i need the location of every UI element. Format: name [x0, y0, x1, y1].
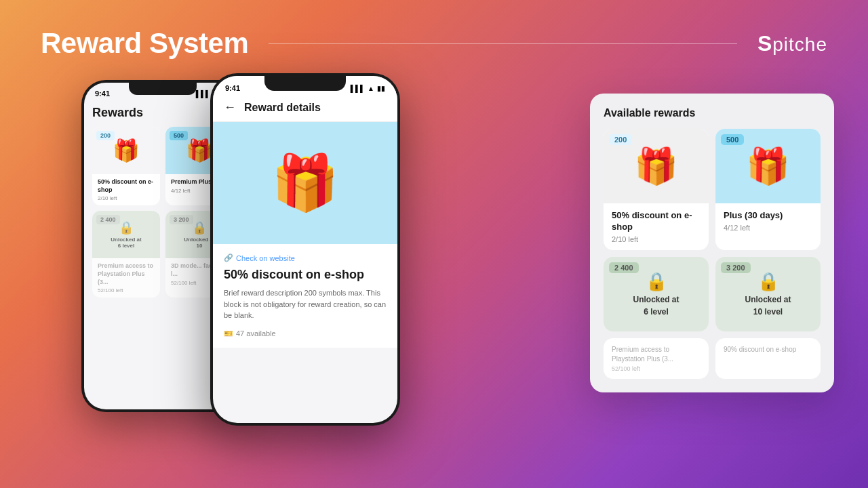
panel-badge-3: 2 400	[609, 262, 639, 273]
reward-card-1[interactable]: 200 🎁 50% discount on e-shop 2/10 left	[92, 127, 160, 205]
panel-body-1: 50% discount on e-shop 2/10 left	[604, 203, 709, 250]
panel-stock-2: 4/12 left	[724, 224, 812, 232]
panel-badge-2: 500	[721, 134, 744, 145]
panel-bottom: Premium access to Playstation Plus (3...…	[604, 338, 821, 379]
front-time: 9:41	[225, 84, 240, 92]
panel-locked-text-3: Unlocked at	[633, 295, 679, 304]
card-stock-1: 2/10 left	[98, 195, 155, 201]
panel-body-2: Plus (30 days) 4/12 left	[715, 203, 821, 239]
unlock-text-3: Unlocked at6 level	[111, 237, 141, 249]
card-badge-2: 500	[170, 131, 188, 140]
panel-grid: 200 🎁 50% discount on e-shop 2/10 left 5…	[604, 129, 821, 331]
front-wifi-icon: ▲	[368, 85, 374, 92]
available-icon: 🎫	[224, 329, 233, 338]
main-content: 9:41 ▌▌▌ ▲ ▮▮ Rewards 200 🎁 50% discount…	[0, 73, 868, 453]
locked-badge-3: 2 400	[96, 215, 120, 224]
card-body-1: 50% discount on e-shop 2/10 left	[92, 174, 160, 205]
panel-stock-1: 2/10 left	[612, 235, 701, 243]
phone-front: 9:41 ▌▌▌ ▲ ▮▮ ← Reward details 🎁 🔗 Check…	[210, 73, 400, 426]
panel-bottom-name-1: Premium access to Playstation Plus (3...	[612, 345, 701, 364]
panel-locked-sub-3: 6 level	[644, 307, 669, 317]
panel-bottom-stock-1: 52/100 left	[612, 365, 701, 372]
time: 9:41	[95, 89, 110, 98]
panel-name-1: 50% discount on e-shop	[612, 210, 701, 233]
rewards-panel: Available rewards 200 🎁 50% discount on …	[590, 94, 834, 392]
phone-front-screen: 9:41 ▌▌▌ ▲ ▮▮ ← Reward details 🎁 🔗 Check…	[213, 76, 397, 423]
header-divider	[269, 43, 737, 44]
panel-title: Available rewards	[604, 107, 821, 119]
panel-bottom-card-1[interactable]: Premium access to Playstation Plus (3...…	[604, 338, 709, 379]
front-battery-icon: ▮▮	[377, 85, 385, 92]
panel-badge-4: 3 200	[721, 262, 751, 273]
card-body-3: Premium access to Playstation Plus (3...…	[92, 258, 160, 298]
website-link-text: Check on website	[236, 254, 295, 262]
back-button[interactable]: ←	[224, 100, 236, 115]
available-text: 47 available	[236, 329, 276, 338]
logo: Spitche	[757, 31, 827, 56]
reward-title: 50% discount on e-shop	[224, 268, 387, 282]
card-name-1: 50% discount on e-shop	[98, 178, 155, 194]
signal-icon: ▌▌▌	[196, 90, 210, 98]
panel-name-2: Plus (30 days)	[724, 210, 812, 222]
detail-content: 🔗 Check on website 50% discount on e-sho…	[213, 244, 397, 348]
front-app-header: ← Reward details	[213, 95, 397, 122]
card-name-3: Premium access to Playstation Plus (3...	[98, 262, 155, 286]
front-signal-icon: ▌▌▌	[351, 85, 365, 92]
header: Reward System Spitche	[0, 0, 868, 73]
panel-card-2[interactable]: 500 🎁 Plus (30 days) 4/12 left	[715, 129, 821, 250]
panel-card-4[interactable]: 3 200 🔒 Unlocked at 10 level	[715, 257, 821, 331]
availability: 🎫 47 available	[224, 329, 387, 338]
panel-locked-sub-4: 10 level	[753, 307, 783, 317]
reward-card-3[interactable]: 2 400 🔒 Unlocked at6 level Premium acces…	[92, 211, 160, 298]
reward-image-area: 🎁	[213, 122, 397, 244]
locked-badge-4: 3 200	[170, 215, 193, 224]
phone-front-notch	[264, 73, 346, 91]
phone-notch	[129, 80, 197, 95]
panel-card-3[interactable]: 2 400 🔒 Unlocked at 6 level	[604, 257, 709, 331]
front-header-title: Reward details	[244, 102, 321, 114]
reward-desc: Brief reward description 200 symbols max…	[224, 287, 387, 321]
external-link-icon: 🔗	[224, 253, 233, 262]
logo-s: S	[757, 31, 772, 56]
page-title: Reward System	[41, 27, 248, 60]
front-status-icons: ▌▌▌ ▲ ▮▮	[351, 85, 385, 92]
panel-badge-1: 200	[609, 134, 632, 145]
card-stock-3: 52/100 left	[98, 287, 155, 293]
panel-card-1[interactable]: 200 🎁 50% discount on e-shop 2/10 left	[604, 129, 709, 250]
card-badge-1: 200	[96, 131, 115, 140]
panel-bottom-name-2: 90% discount on e-shop	[724, 345, 812, 354]
website-link[interactable]: 🔗 Check on website	[224, 253, 387, 262]
panel-locked-text-4: Unlocked at	[745, 295, 791, 304]
logo-text: pitche	[772, 34, 827, 55]
panel-bottom-card-2[interactable]: 90% discount on e-shop	[715, 338, 821, 379]
